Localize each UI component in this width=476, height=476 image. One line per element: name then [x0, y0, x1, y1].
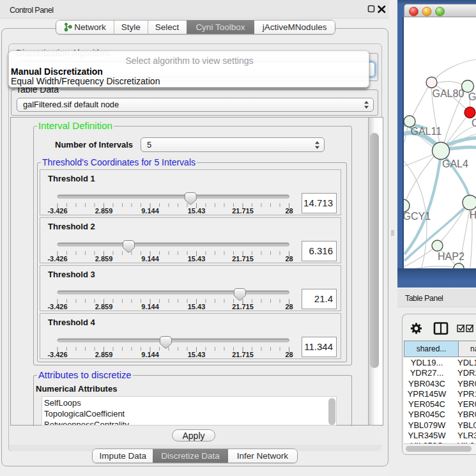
svg-text:-3.426: -3.426: [47, 255, 67, 263]
svg-text:-3.426: -3.426: [47, 303, 67, 311]
svg-text:28: 28: [285, 255, 293, 263]
svg-text:-3.426: -3.426: [47, 351, 67, 358]
svg-text:HI: HI: [470, 210, 476, 220]
svg-text:9.144: 9.144: [141, 207, 159, 215]
svg-text:15.43: 15.43: [188, 351, 206, 358]
svg-text:21.715: 21.715: [232, 255, 254, 263]
svg-text:28: 28: [285, 303, 293, 311]
svg-text:9.144: 9.144: [141, 351, 159, 358]
svg-text:15.43: 15.43: [188, 303, 206, 311]
svg-text:21.715: 21.715: [232, 303, 254, 311]
svg-text:GCY1: GCY1: [404, 211, 431, 222]
svg-text:9.144: 9.144: [141, 303, 159, 311]
svg-text:GAL80: GAL80: [433, 88, 464, 99]
svg-text:-3.426: -3.426: [47, 207, 67, 215]
svg-text:C: C: [472, 118, 476, 128]
svg-text:2.859: 2.859: [95, 207, 113, 215]
svg-text:15.43: 15.43: [188, 255, 206, 263]
svg-text:GAL11: GAL11: [411, 126, 442, 137]
svg-text:28: 28: [285, 207, 293, 215]
svg-text:21.715: 21.715: [232, 207, 254, 215]
svg-text:9.144: 9.144: [141, 255, 159, 263]
svg-text:28: 28: [285, 351, 293, 358]
svg-text:2.859: 2.859: [95, 255, 113, 263]
svg-text:HAP2: HAP2: [438, 251, 464, 262]
svg-text:GAL4: GAL4: [442, 158, 468, 169]
svg-text:2.859: 2.859: [95, 351, 113, 358]
svg-text:21.715: 21.715: [232, 351, 254, 358]
svg-text:G.: G.: [468, 91, 476, 102]
svg-text:2.859: 2.859: [95, 303, 113, 311]
svg-text:15.43: 15.43: [188, 207, 206, 215]
